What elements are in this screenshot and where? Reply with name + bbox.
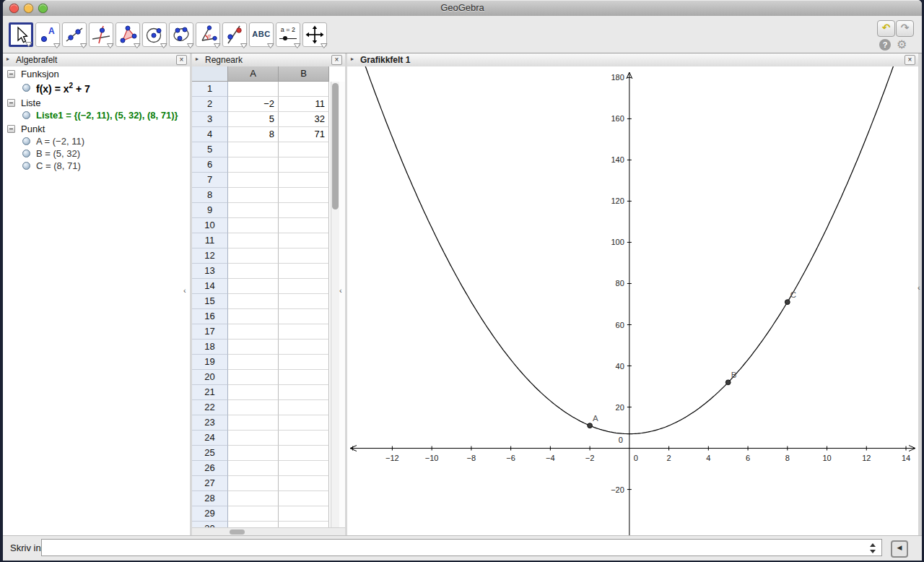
- sheet-cell-A12[interactable]: [228, 248, 279, 264]
- sheet-cell-B19[interactable]: [279, 355, 329, 370]
- sheet-cell-A21[interactable]: [228, 385, 279, 400]
- sheet-cell-B23[interactable]: [279, 415, 329, 431]
- sheet-cell-B18[interactable]: [279, 340, 329, 355]
- sheet-cell-A28[interactable]: [228, 491, 279, 506]
- sheet-cell-B20[interactable]: [279, 370, 329, 385]
- sheet-cell-A2[interactable]: −2: [228, 97, 279, 112]
- visibility-marble-icon[interactable]: [22, 137, 30, 145]
- tool-dropdown-icon[interactable]: [294, 43, 301, 49]
- row-header-10[interactable]: 10: [192, 218, 228, 233]
- row-header-15[interactable]: 15: [192, 294, 228, 309]
- sheet-cell-B9[interactable]: [279, 203, 329, 218]
- algebra-panel-close-button[interactable]: ×: [176, 55, 187, 65]
- sheet-cell-A17[interactable]: [228, 324, 279, 340]
- row-header-8[interactable]: 8: [192, 188, 228, 203]
- settings-button[interactable]: ⚙: [897, 38, 907, 51]
- sheet-cell-B13[interactable]: [279, 264, 329, 279]
- sheet-cell-A11[interactable]: [228, 233, 279, 248]
- tool-angle[interactable]: α: [196, 22, 220, 47]
- collapse-node-icon[interactable]: [7, 125, 15, 133]
- algebra-item-point-a[interactable]: A = (−2, 11): [3, 135, 190, 147]
- sheet-cell-B4[interactable]: 71: [279, 127, 329, 142]
- graph-canvas[interactable]: −12−10−8−6−4−224681012140−20204060801001…: [347, 66, 918, 536]
- tool-conic-five-points[interactable]: [169, 22, 193, 47]
- tool-dropdown-icon[interactable]: [187, 43, 194, 49]
- sheet-cell-B17[interactable]: [279, 324, 329, 340]
- row-header-2[interactable]: 2: [192, 97, 228, 112]
- row-header-7[interactable]: 7: [192, 173, 228, 188]
- row-header-27[interactable]: 27: [192, 476, 228, 491]
- sheet-cell-B15[interactable]: [279, 294, 329, 309]
- panel-disclosure-icon[interactable]: ▸: [196, 56, 199, 62]
- row-header-21[interactable]: 21: [192, 385, 228, 400]
- sheet-cell-A8[interactable]: [228, 188, 279, 203]
- sheet-cell-A16[interactable]: [228, 309, 279, 324]
- row-header-13[interactable]: 13: [192, 264, 228, 279]
- vertical-scrollbar[interactable]: [331, 82, 339, 528]
- tool-move[interactable]: [9, 22, 33, 47]
- row-header-18[interactable]: 18: [192, 340, 228, 355]
- point-A[interactable]: [588, 423, 593, 428]
- sheet-cell-A20[interactable]: [228, 370, 279, 385]
- collapse-panel-icon[interactable]: ‹: [918, 283, 920, 292]
- sheet-cell-A26[interactable]: [228, 461, 279, 476]
- tool-line[interactable]: [62, 22, 87, 47]
- row-header-22[interactable]: 22: [192, 400, 228, 415]
- sheet-cell-B8[interactable]: [279, 188, 329, 203]
- row-header-17[interactable]: 17: [192, 324, 228, 340]
- undo-button[interactable]: ↶: [877, 20, 895, 37]
- column-header-B[interactable]: B: [279, 66, 329, 82]
- sheet-cell-A29[interactable]: [228, 506, 279, 522]
- row-header-5[interactable]: 5: [192, 142, 228, 157]
- panel-disclosure-icon[interactable]: ▸: [6, 56, 9, 62]
- tool-move-graphics-view[interactable]: [302, 22, 327, 47]
- panel-disclosure-icon[interactable]: ▸: [351, 56, 354, 62]
- row-header-1[interactable]: 1: [192, 82, 228, 97]
- sheet-cell-B6[interactable]: [279, 157, 329, 173]
- tool-dropdown-icon[interactable]: [160, 43, 167, 49]
- algebra-item-point-b[interactable]: B = (5, 32): [3, 147, 190, 160]
- algebra-group-list[interactable]: Liste: [3, 97, 190, 109]
- point-B[interactable]: [725, 380, 731, 385]
- visibility-marble-icon[interactable]: [22, 150, 30, 157]
- sheet-cell-A13[interactable]: [228, 264, 279, 279]
- graphics-panel-close-button[interactable]: ×: [905, 55, 915, 65]
- tool-dropdown-icon[interactable]: [267, 43, 274, 49]
- collapse-node-icon[interactable]: [7, 99, 15, 107]
- sheet-cell-B5[interactable]: [279, 142, 329, 157]
- row-header-6[interactable]: 6: [192, 157, 228, 173]
- tool-dropdown-icon[interactable]: [25, 42, 32, 48]
- sheet-cell-A18[interactable]: [228, 340, 279, 355]
- sheet-cell-B29[interactable]: [279, 506, 329, 522]
- row-header-14[interactable]: 14: [192, 279, 228, 294]
- help-button[interactable]: ?: [879, 39, 891, 51]
- command-input[interactable]: [41, 539, 882, 556]
- tool-circle-center-point[interactable]: [142, 22, 167, 47]
- algebra-item-list[interactable]: Liste1 = {(−2, 11), (5, 32), (8, 71)}: [3, 109, 190, 121]
- spreadsheet-panel-close-button[interactable]: ×: [331, 55, 342, 65]
- sheet-cell-A24[interactable]: [228, 431, 279, 446]
- input-history-spinner-icon[interactable]: [870, 543, 876, 553]
- corner-cell[interactable]: [192, 66, 228, 82]
- visibility-marble-icon[interactable]: [22, 111, 30, 119]
- row-header-9[interactable]: 9: [192, 203, 228, 218]
- sheet-cell-A10[interactable]: [228, 218, 279, 233]
- row-header-25[interactable]: 25: [192, 446, 228, 461]
- row-header-28[interactable]: 28: [192, 491, 228, 506]
- sheet-cell-B11[interactable]: [279, 233, 329, 248]
- sheet-cell-B16[interactable]: [279, 309, 329, 324]
- point-C[interactable]: [785, 300, 790, 305]
- scrollbar-thumb[interactable]: [332, 83, 339, 209]
- sheet-cell-A27[interactable]: [228, 476, 279, 491]
- row-header-19[interactable]: 19: [192, 355, 228, 370]
- tool-dropdown-icon[interactable]: [321, 43, 328, 49]
- tool-dropdown-icon[interactable]: [53, 43, 61, 49]
- sheet-cell-B1[interactable]: [279, 82, 329, 97]
- sheet-cell-B3[interactable]: 32: [279, 112, 329, 127]
- row-header-20[interactable]: 20: [192, 370, 228, 385]
- collapse-panel-icon[interactable]: ‹: [339, 286, 342, 295]
- tool-insert-text[interactable]: ABC: [249, 22, 274, 47]
- row-header-11[interactable]: 11: [192, 233, 228, 248]
- sheet-cell-B14[interactable]: [279, 279, 329, 294]
- collapse-panel-icon[interactable]: ‹: [183, 286, 186, 295]
